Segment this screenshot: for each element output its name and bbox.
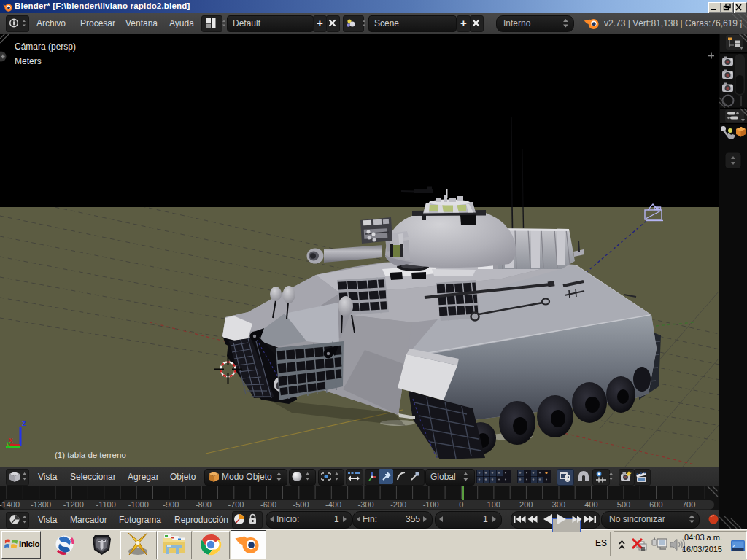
svg-text:0: 0 <box>459 500 463 509</box>
svg-text:300: 300 <box>552 500 565 509</box>
svg-text:400: 400 <box>584 500 597 509</box>
svg-text:500: 500 <box>617 500 630 509</box>
svg-text:-1400: -1400 <box>0 500 20 509</box>
svg-text:-1100: -1100 <box>96 500 116 509</box>
svg-text:-1200: -1200 <box>63 500 84 509</box>
svg-text:-600: -600 <box>260 500 276 509</box>
svg-text:-200: -200 <box>390 500 406 509</box>
svg-text:y: y <box>7 440 11 448</box>
svg-text:z: z <box>22 419 26 427</box>
svg-text:-300: -300 <box>358 500 374 509</box>
svg-text:-500: -500 <box>293 500 309 509</box>
svg-text:600: 600 <box>649 500 662 509</box>
svg-text:-400: -400 <box>325 500 341 509</box>
svg-text:-100: -100 <box>423 500 439 509</box>
svg-text:-1000: -1000 <box>128 500 149 509</box>
svg-text:100: 100 <box>487 500 500 509</box>
svg-text:200: 200 <box>519 500 533 509</box>
svg-text:700: 700 <box>682 500 695 509</box>
svg-text:-700: -700 <box>228 500 244 509</box>
svg-text:-800: -800 <box>196 500 212 509</box>
svg-text:-1300: -1300 <box>31 500 51 509</box>
svg-text:-900: -900 <box>163 500 179 509</box>
